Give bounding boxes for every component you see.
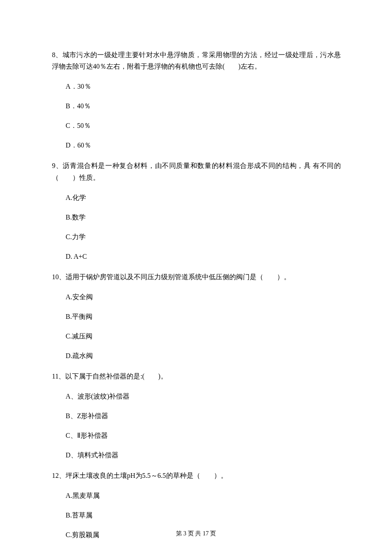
question-number: 10、 (52, 273, 66, 280)
option-b: B.苔草属 (66, 510, 341, 520)
option-d: D．60％ (66, 140, 341, 150)
option-d: D.疏水阀 (66, 351, 341, 361)
question-11: 11、以下属于自然补偿器的是:( )。 A、波形(波纹)补偿器 B、Z形补偿器 … (52, 370, 341, 460)
question-body: 城市污水的一级处理主要针对水中悬浮物质，常采用物理的方法，经过一级处理后，污水悬… (52, 51, 341, 70)
question-number: 9、 (52, 162, 63, 169)
option-a: A.化学 (66, 193, 341, 203)
question-text: 10、适用于锅炉房管道以及不同压力级别管道系统中低压侧的阀门是（ ）。 (52, 271, 341, 283)
question-options: A．30％ B．40％ C．50％ D．60％ (52, 81, 341, 150)
option-a: A.安全阀 (66, 292, 341, 302)
question-9: 9、沥青混合料是一种复合材料，由不同质量和数量的材料混合形成不同的结构，具 有不… (52, 160, 341, 261)
page-footer: 第 3 页 共 17 页 (0, 529, 392, 538)
option-a: A、波形(波纹)补偿器 (66, 391, 341, 402)
option-c: C.力学 (66, 232, 341, 242)
question-text: 11、以下属于自然补偿器的是:( )。 (52, 370, 341, 382)
document-content: 8、城市污水的一级处理主要针对水中悬浮物质，常采用物理的方法，经过一级处理后，污… (0, 0, 392, 540)
question-text: 8、城市污水的一级处理主要针对水中悬浮物质，常采用物理的方法，经过一级处理后，污… (52, 49, 341, 72)
option-a: A.黑麦草属 (66, 491, 341, 501)
question-options: A.化学 B.数学 C.力学 D. A+C (52, 193, 341, 262)
question-10: 10、适用于锅炉房管道以及不同压力级别管道系统中低压侧的阀门是（ ）。 A.安全… (52, 271, 341, 361)
option-a: A．30％ (66, 81, 341, 92)
question-body: 以下属于自然补偿器的是:( )。 (65, 373, 167, 380)
question-body: 坪床土壤改良的土壤pH为5.5～6.5的草种是（ ）。 (66, 472, 228, 479)
option-c: C、Ⅱ形补偿器 (66, 431, 341, 441)
option-b: B．40％ (66, 101, 341, 111)
option-c: C.减压阀 (66, 331, 341, 341)
question-number: 12、 (52, 472, 66, 479)
option-b: B.平衡阀 (66, 312, 341, 322)
question-number: 11、 (52, 373, 65, 380)
option-d: D、填料式补偿器 (66, 450, 341, 460)
question-text: 9、沥青混合料是一种复合材料，由不同质量和数量的材料混合形成不同的结构，具 有不… (52, 160, 341, 183)
question-body: 沥青混合料是一种复合材料，由不同质量和数量的材料混合形成不同的结构，具 有不同的… (52, 162, 341, 181)
question-body: 适用于锅炉房管道以及不同压力级别管道系统中低压侧的阀门是（ ）。 (66, 273, 291, 280)
question-text: 12、坪床土壤改良的土壤pH为5.5～6.5的草种是（ ）。 (52, 470, 341, 481)
option-b: B、Z形补偿器 (66, 411, 341, 421)
option-d: D. A+C (66, 251, 341, 262)
question-8: 8、城市污水的一级处理主要针对水中悬浮物质，常采用物理的方法，经过一级处理后，污… (52, 49, 341, 150)
option-b: B.数学 (66, 212, 341, 223)
option-c: C．50％ (66, 121, 341, 131)
question-number: 8、 (52, 51, 63, 58)
question-options: A.安全阀 B.平衡阀 C.减压阀 D.疏水阀 (52, 292, 341, 361)
question-options: A、波形(波纹)补偿器 B、Z形补偿器 C、Ⅱ形补偿器 D、填料式补偿器 (52, 391, 341, 460)
